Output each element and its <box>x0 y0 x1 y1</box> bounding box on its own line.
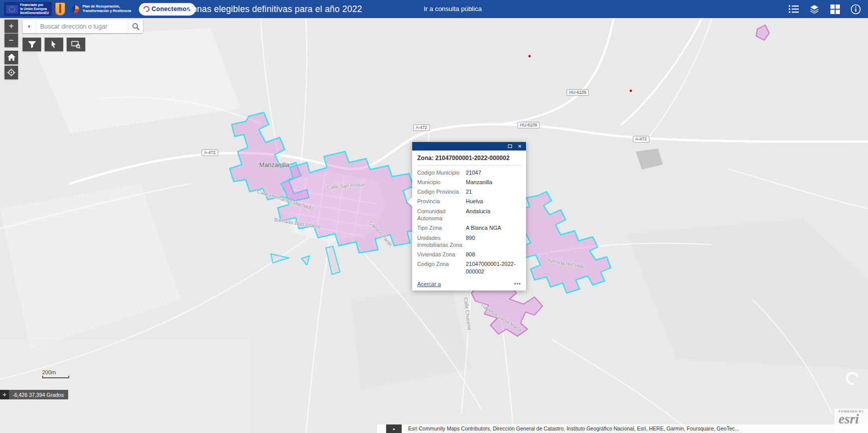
filter-button[interactable] <box>23 38 41 51</box>
popup-field-row: Codigo Municipio21047 <box>417 168 521 177</box>
locate-icon <box>7 68 16 77</box>
select-button[interactable] <box>45 38 63 51</box>
eu-logo-line1: Financiado por <box>20 3 44 7</box>
app-header: Financiado por la Unión Europea NextGene… <box>0 0 868 18</box>
eu-logo-line2: la Unión Europea <box>20 7 47 11</box>
plus-icon: + <box>9 21 14 31</box>
popup-field-row: Codigo Provincia21 <box>417 187 521 197</box>
info-icon <box>850 4 861 15</box>
eu-flag-icon <box>6 5 18 14</box>
field-value: Huelva <box>466 198 521 205</box>
expand-attribution-button[interactable]: ▲ <box>386 424 402 433</box>
popup-field-row: Viviendas Zona808 <box>417 250 521 259</box>
road-shield-a472: A-472 <box>633 136 649 142</box>
town-label: Manzanilla <box>259 162 289 169</box>
page-title: Zonas elegibles definitivas para el año … <box>187 0 362 18</box>
building-footprint <box>636 149 663 170</box>
info-button[interactable] <box>850 4 861 15</box>
field-value: 21047 <box>466 169 521 176</box>
popup-close-button[interactable]: ✕ <box>515 142 524 150</box>
popup-header: ✕ <box>412 142 526 151</box>
esri-brand: esri <box>838 413 864 426</box>
field-value: Andalucía <box>466 208 521 222</box>
legend-button[interactable] <box>788 4 799 15</box>
plan-recuperacion-logo: Plan de Recuperación, Transformación y R… <box>69 2 135 16</box>
eu-funding-logo: Financiado por la Unión Europea NextGene… <box>4 2 52 16</box>
road-shield-hu6109: HU-6109 <box>567 89 589 96</box>
scale-label: 200m <box>42 369 69 375</box>
field-label: Codigo Municipio <box>417 169 466 176</box>
field-label: Codigo Provincia <box>417 188 466 195</box>
field-label: Unidades Inmobiliarias Zona <box>417 234 466 249</box>
eligible-zone[interactable] <box>271 254 289 263</box>
field-label: Provincia <box>417 198 466 205</box>
field-value: 21 <box>466 188 521 195</box>
zoom-in-button[interactable]: + <box>5 20 18 33</box>
popup-maximize-button[interactable] <box>505 142 514 150</box>
search-source-dropdown[interactable]: ▾ <box>23 20 36 33</box>
basemap-gallery-button[interactable] <box>829 4 840 15</box>
coordinate-display: ✛ -6,426 37,394 Grados <box>0 390 68 399</box>
screening-button[interactable] <box>67 38 85 51</box>
point-marker <box>630 90 632 92</box>
crosshair-icon: ✛ <box>0 390 9 399</box>
field-label: Viviendas Zona <box>417 251 466 258</box>
locate-button[interactable] <box>5 66 18 79</box>
popup-field-row: MunicipioManzanilla <box>417 177 521 187</box>
eligible-zone[interactable] <box>301 256 309 265</box>
eligible-zone[interactable] <box>512 192 611 293</box>
popup-field-row: Codigo Zona21047000001-2022-000002 <box>417 259 521 276</box>
popup-menu-button[interactable]: ••• <box>514 281 521 286</box>
road-shield-hu6109: HU-6109 <box>517 122 540 128</box>
popup-title: Zona: 21047000001-2022-000002 <box>417 155 521 166</box>
chevron-down-icon: ▾ <box>28 24 30 29</box>
filter-icon <box>28 41 37 49</box>
layers-icon <box>809 4 819 14</box>
home-icon <box>8 54 16 61</box>
popup-field-row: Unidades Inmobiliarias Zona890 <box>417 233 521 250</box>
field-label: Municipio <box>417 179 466 186</box>
zoom-to-link[interactable]: Acercar a <box>417 281 441 287</box>
eligible-zone[interactable] <box>326 246 340 274</box>
cursor-select-icon <box>50 40 58 49</box>
plan-arc-icon <box>72 6 79 13</box>
field-value: 21047000001-2022-000002 <box>466 260 521 275</box>
plan-logo-line1: Plan de Recuperación, <box>82 5 120 8</box>
conectemos-swirl-icon <box>142 5 151 14</box>
road-shield-a472: A-472 <box>413 124 430 131</box>
eligible-zone[interactable] <box>756 25 769 40</box>
popup-field-row: Comunidad AutonomaAndalucía <box>417 206 521 223</box>
search-input[interactable] <box>36 20 128 33</box>
screening-icon <box>71 41 81 49</box>
search-button[interactable] <box>128 20 143 33</box>
field-value: A Blanca NGA <box>466 224 521 231</box>
caret-up-icon: ▲ <box>392 427 396 430</box>
maximize-icon <box>508 145 512 148</box>
field-label: Comunidad Autonoma <box>417 208 466 222</box>
field-label: Tipo Zona <box>417 224 466 231</box>
field-value: Manzanilla <box>466 179 521 186</box>
popup-field-row: Tipo ZonaA Blanca NGA <box>417 223 521 233</box>
scale-bar-line <box>42 376 69 378</box>
field-value: 808 <box>466 251 521 258</box>
esri-logo: POWERED BY esri <box>834 409 868 433</box>
consulta-publica-link[interactable]: Ir a consulta pública <box>424 0 482 18</box>
map-toolbar <box>23 38 85 51</box>
coordinate-value: -6,426 37,394 Grados <box>13 392 64 398</box>
search-widget: ▾ <box>23 20 143 33</box>
popup-field-row: ProvinciaHuelva <box>417 197 521 206</box>
minus-icon: − <box>9 36 14 46</box>
point-marker <box>529 55 531 58</box>
legend-icon <box>788 5 799 14</box>
zoom-out-button[interactable]: − <box>5 34 18 47</box>
spain-coat-of-arms-logo <box>55 3 65 16</box>
eu-logo-line3: NextGenerationEU <box>20 11 49 15</box>
search-icon <box>132 23 140 31</box>
plan-logo-line2: Transformación y Resiliencia <box>82 9 131 13</box>
field-label: Codigo Zona <box>417 260 466 275</box>
close-icon: ✕ <box>517 143 522 149</box>
field-value: 890 <box>466 234 521 249</box>
road-shield-a472: A-472 <box>202 150 218 156</box>
home-button[interactable] <box>5 51 18 64</box>
layers-button[interactable] <box>809 4 820 15</box>
